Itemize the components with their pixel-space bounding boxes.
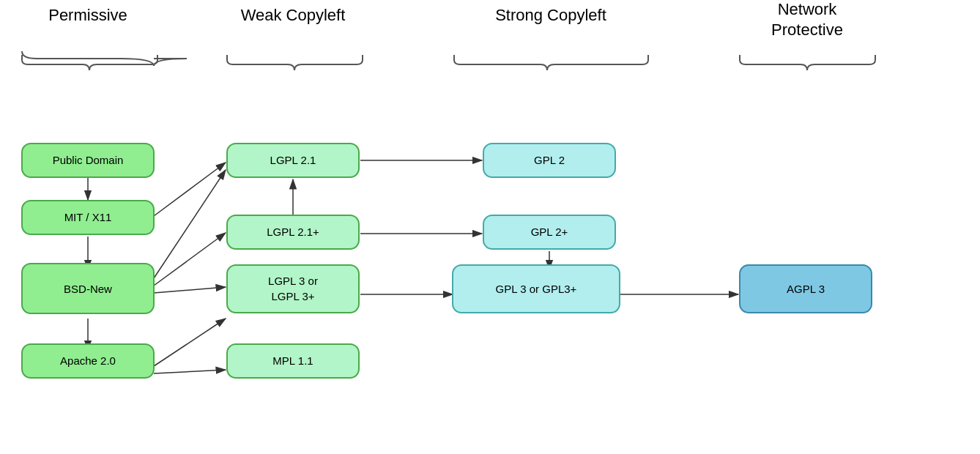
arrow-apache-lgpl3 bbox=[154, 319, 226, 366]
label-gpl2plus: GPL 2+ bbox=[531, 226, 568, 238]
label-public-domain: Public Domain bbox=[53, 154, 124, 166]
label-permissive: Permissive bbox=[48, 6, 127, 24]
label-lgpl21: LGPL 2.1 bbox=[270, 154, 316, 166]
label-mpl11: MPL 1.1 bbox=[272, 354, 313, 367]
label-network-2: Protective bbox=[771, 21, 843, 39]
label-mit: MIT / X11 bbox=[64, 211, 112, 223]
brace-network bbox=[740, 55, 875, 70]
arrow-mit-lgpl21 bbox=[154, 163, 226, 216]
label-lgpl3-line1: LGPL 3 or bbox=[268, 275, 318, 287]
node-lgpl3 bbox=[227, 265, 359, 313]
label-apache: Apache 2.0 bbox=[60, 354, 116, 367]
arrow-bsd-lgpl21 bbox=[154, 170, 226, 278]
label-weak-copyleft: Weak Copyleft bbox=[241, 6, 346, 24]
arrow-apache-mpl bbox=[154, 370, 226, 373]
label-lgpl3-line2: LGPL 3+ bbox=[271, 290, 314, 302]
brace-permissive bbox=[22, 55, 157, 70]
label-network-1: Network bbox=[778, 0, 838, 18]
brace-weak bbox=[227, 55, 363, 70]
arrow-bsd-lgpl21plus bbox=[154, 233, 226, 286]
label-agpl3: AGPL 3 bbox=[787, 283, 825, 295]
label-bsd-new: BSD-New bbox=[64, 283, 112, 295]
diagram-svg: Permissive Weak Copyleft Strong Copyleft… bbox=[0, 0, 980, 454]
label-gpl2: GPL 2 bbox=[534, 154, 565, 166]
label-gpl3: GPL 3 or GPL3+ bbox=[496, 283, 577, 295]
arrow-bsd-lgpl3 bbox=[154, 287, 226, 293]
label-strong-copyleft: Strong Copyleft bbox=[495, 6, 606, 24]
diagram-container: Permissive Weak Copyleft Strong Copyleft… bbox=[0, 0, 980, 454]
brace-strong bbox=[454, 55, 648, 70]
label-lgpl21plus: LGPL 2.1+ bbox=[267, 226, 319, 238]
